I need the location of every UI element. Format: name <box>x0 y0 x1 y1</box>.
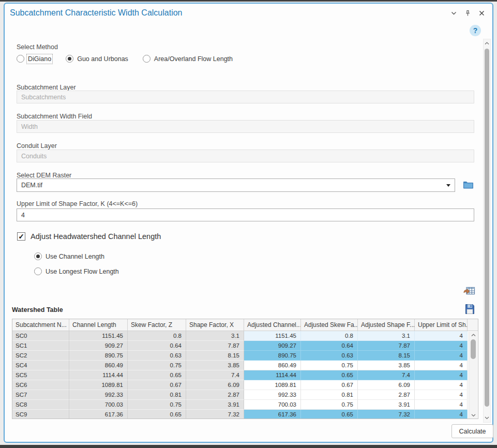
cell-SC1-col6[interactable]: 7.87 <box>358 341 415 351</box>
table-row-SC5[interactable]: SC51114.440.657.41114.440.657.44 <box>12 370 478 380</box>
cell-SC9-col5[interactable]: 0.65 <box>301 410 358 419</box>
cell-SC7-col3[interactable]: 2.87 <box>186 390 244 400</box>
method-option-2-radio[interactable] <box>143 55 150 63</box>
calculate-button[interactable]: Calculate <box>451 424 493 438</box>
cell-SC9-col6[interactable]: 7.32 <box>358 410 415 419</box>
cell-SC9-col4[interactable]: 617.36 <box>244 410 301 419</box>
scroll-down-icon[interactable] <box>484 414 490 422</box>
cell-SC0-col5[interactable]: 0.8 <box>301 331 358 341</box>
cell-SC0-col4[interactable]: 1151.45 <box>244 331 301 341</box>
pin-icon[interactable] <box>464 10 471 17</box>
cell-SC2-col4[interactable]: 890.75 <box>244 351 301 361</box>
cell-SC2-col5[interactable]: 0.63 <box>301 351 358 361</box>
cell-SC5-col0[interactable]: SC5 <box>12 370 69 380</box>
cell-SC9-col3[interactable]: 7.32 <box>186 410 244 419</box>
table-row-SC7[interactable]: SC7992.330.812.87992.330.812.874 <box>12 390 478 400</box>
cell-SC9-col7[interactable]: 4 <box>415 410 468 419</box>
cell-SC1-col1[interactable]: 909.27 <box>69 341 128 351</box>
help-icon[interactable]: ? <box>470 25 481 36</box>
cell-SC2-col0[interactable]: SC2 <box>12 351 69 361</box>
panel-scrollbar[interactable] <box>483 39 491 423</box>
table-row-SC4[interactable]: SC4860.490.753.85860.490.753.854 <box>12 361 478 370</box>
cell-SC6-col6[interactable]: 6.09 <box>358 380 415 390</box>
cell-SC4-col1[interactable]: 860.49 <box>69 361 128 370</box>
cell-SC1-col0[interactable]: SC1 <box>12 341 69 351</box>
cell-SC4-col3[interactable]: 3.85 <box>186 361 244 370</box>
table-row-SC1[interactable]: SC1909.270.647.87909.270.647.874 <box>12 341 478 351</box>
cell-SC5-col5[interactable]: 0.65 <box>301 370 358 380</box>
column-header-6[interactable]: Adjusted Shape F... <box>358 319 415 331</box>
subcatchment-width-field[interactable]: Width <box>17 120 474 133</box>
cell-SC7-col2[interactable]: 0.81 <box>128 390 186 400</box>
method-option-0-radio[interactable] <box>17 55 24 63</box>
cell-SC1-col2[interactable]: 0.64 <box>128 341 186 351</box>
adjust-option-0-label[interactable]: Use Channel Length <box>46 253 104 260</box>
combo-caret-icon[interactable] <box>446 184 450 187</box>
method-option-1-label[interactable]: Guo and Urbonas <box>77 55 128 63</box>
cell-SC0-col6[interactable]: 3.1 <box>358 331 415 341</box>
method-option-0-label[interactable]: DiGiano <box>28 55 51 63</box>
table-scrollbar-thumb[interactable] <box>471 339 476 359</box>
column-header-2[interactable]: Skew Factor, Z <box>128 319 186 331</box>
cell-SC8-col1[interactable]: 700.03 <box>69 400 128 410</box>
column-header-5[interactable]: Adjusted Skew Fa... <box>301 319 358 331</box>
cell-SC7-col5[interactable]: 0.81 <box>301 390 358 400</box>
table-row-SC6[interactable]: SC61089.810.676.091089.810.676.094 <box>12 380 478 390</box>
cell-SC6-col1[interactable]: 1089.81 <box>69 380 128 390</box>
adjust-option-1-label[interactable]: Use Longest Flow Length <box>46 268 119 275</box>
cell-SC7-col0[interactable]: SC7 <box>12 390 69 400</box>
panel-scrollbar-thumb[interactable] <box>485 49 489 407</box>
method-option-2-label[interactable]: Area/Overland Flow Length <box>154 55 233 63</box>
cell-SC6-col4[interactable]: 1089.81 <box>244 380 301 390</box>
cell-SC2-col2[interactable]: 0.63 <box>128 351 186 361</box>
cell-SC1-col3[interactable]: 7.87 <box>186 341 244 351</box>
cell-SC1-col7[interactable]: 4 <box>415 341 468 351</box>
cell-SC8-col4[interactable]: 700.03 <box>244 400 301 410</box>
subcatchment-layer-field[interactable]: Subcatchments <box>17 91 474 103</box>
cell-SC6-col7[interactable]: 4 <box>415 380 468 390</box>
column-header-3[interactable]: Shape Factor, X <box>186 319 244 331</box>
cell-SC2-col6[interactable]: 8.15 <box>358 351 415 361</box>
table-row-SC2[interactable]: SC2890.750.638.15890.750.638.154 <box>12 351 478 361</box>
cell-SC4-col4[interactable]: 860.49 <box>244 361 301 370</box>
table-row-SC8[interactable]: SC8700.030.753.91700.030.753.914 <box>12 400 478 410</box>
table-scroll-down-icon[interactable] <box>469 412 477 419</box>
cell-SC2-col1[interactable]: 890.75 <box>69 351 128 361</box>
cell-SC5-col7[interactable]: 4 <box>415 370 468 380</box>
cell-SC6-col2[interactable]: 0.67 <box>128 380 186 390</box>
cell-SC9-col1[interactable]: 617.36 <box>69 410 128 419</box>
cell-SC8-col0[interactable]: SC8 <box>12 400 69 410</box>
column-header-4[interactable]: Adjusted Channel... <box>244 319 301 331</box>
cell-SC5-col4[interactable]: 1114.44 <box>244 370 301 380</box>
cell-SC4-col7[interactable]: 4 <box>415 361 468 370</box>
cell-SC8-col6[interactable]: 3.91 <box>358 400 415 410</box>
adjust-option-1-radio[interactable] <box>34 267 42 275</box>
table-scrollbar[interactable] <box>469 332 477 419</box>
cell-SC7-col1[interactable]: 992.33 <box>69 390 128 400</box>
scroll-up-icon[interactable] <box>484 40 490 47</box>
cell-SC9-col0[interactable]: SC9 <box>12 410 69 419</box>
browse-folder-button[interactable] <box>463 180 474 192</box>
cell-SC7-col4[interactable]: 992.33 <box>244 390 301 400</box>
column-header-0[interactable]: Subcatchment N... <box>12 319 69 331</box>
cell-SC8-col2[interactable]: 0.75 <box>128 400 186 410</box>
cell-SC0-col0[interactable]: SC0 <box>12 331 69 341</box>
cell-SC9-col2[interactable]: 0.65 <box>128 410 186 419</box>
cell-SC4-col0[interactable]: SC4 <box>12 361 69 370</box>
table-row-SC0[interactable]: SC01151.450.83.11151.450.83.14 <box>12 331 478 341</box>
column-header-7[interactable]: Upper Limit of Sh... <box>415 319 468 331</box>
method-option-1-radio[interactable] <box>66 55 73 63</box>
cell-SC7-col7[interactable]: 4 <box>415 390 468 400</box>
chevron-down-icon[interactable] <box>450 10 457 17</box>
cell-SC6-col3[interactable]: 6.09 <box>186 380 244 390</box>
cell-SC8-col3[interactable]: 3.91 <box>186 400 244 410</box>
cell-SC5-col3[interactable]: 7.4 <box>186 370 244 380</box>
cell-SC0-col3[interactable]: 3.1 <box>186 331 244 341</box>
cell-SC4-col6[interactable]: 3.85 <box>358 361 415 370</box>
cell-SC4-col2[interactable]: 0.75 <box>128 361 186 370</box>
cell-SC5-col6[interactable]: 7.4 <box>358 370 415 380</box>
table-scroll-up-icon[interactable] <box>469 332 477 338</box>
cell-SC5-col2[interactable]: 0.65 <box>128 370 186 380</box>
cell-SC0-col7[interactable]: 4 <box>415 331 468 341</box>
cell-SC0-col2[interactable]: 0.8 <box>128 331 186 341</box>
